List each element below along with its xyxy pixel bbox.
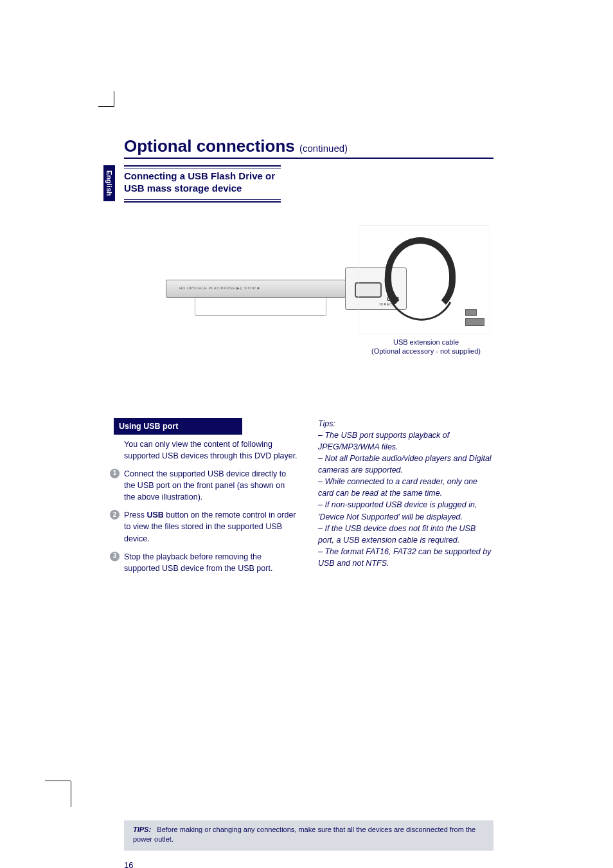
tip-1: – The USB port supports playback of JPEG…	[318, 429, 492, 453]
footer-tip-label: TIPS:	[133, 826, 151, 833]
intro-text: You can only view the content of followi…	[124, 439, 298, 462]
title-continued: (continued)	[299, 143, 348, 154]
step-3-text: Stop the playback before removing the su…	[124, 551, 298, 574]
tip-3: – While connected to a card reader, only…	[318, 476, 492, 499]
usb-cable-illustration	[359, 225, 490, 334]
step-3: 3 Stop the playback before removing the …	[124, 551, 298, 574]
usb-connector-a-icon	[465, 318, 484, 326]
page-number: 16	[124, 860, 133, 868]
section-heading: Connecting a USB Flash Drive or USB mass…	[124, 165, 281, 203]
footer-tip-text: Before making or changing any connection…	[133, 826, 475, 843]
illustration: HD UPSCALE PLAY/PAUSE ▶|| STOP ■ USB DIR…	[124, 206, 493, 366]
tip-6: – The format FAT16, FAT32 can be support…	[318, 546, 492, 569]
step-number-2: 2	[110, 510, 120, 520]
step-number-3: 3	[110, 552, 120, 561]
device-base	[195, 298, 326, 316]
step-number-1: 1	[110, 469, 120, 478]
usb-connector-b-icon	[465, 309, 477, 316]
device-control-labels: HD UPSCALE PLAY/PAUSE ▶|| STOP ■	[179, 285, 260, 290]
cable-caption: USB extension cable (Optional accessory …	[362, 338, 490, 357]
box-heading: Using USB port	[114, 418, 242, 435]
tip-5: – If the USB device does not fit into th…	[318, 523, 492, 546]
dvd-player-front: HD UPSCALE PLAY/PAUSE ▶|| STOP ■ USB DIR…	[166, 280, 346, 298]
footer-tips-box: TIPS: Before making or changing any conn…	[124, 820, 493, 851]
step-1-text: Connect the supported USB device directl…	[124, 468, 298, 503]
language-tab: English	[103, 165, 115, 201]
tip-2: – Not all Portable audio/video players a…	[318, 453, 492, 476]
tips-heading: Tips:	[318, 418, 492, 429]
step-1: 1 Connect the supported USB device direc…	[124, 468, 298, 503]
left-column: Using USB port You can only view the con…	[124, 418, 298, 574]
page-title: Optional connections (continued)	[124, 136, 493, 159]
tip-4: – If non-supported USB device is plugged…	[318, 499, 492, 522]
right-column: Tips: – The USB port supports playback o…	[318, 418, 492, 574]
title-main: Optional connections	[124, 136, 299, 156]
step-2-text: Press USB button on the remote control i…	[124, 509, 298, 544]
step-2: 2 Press USB button on the remote control…	[124, 509, 298, 544]
